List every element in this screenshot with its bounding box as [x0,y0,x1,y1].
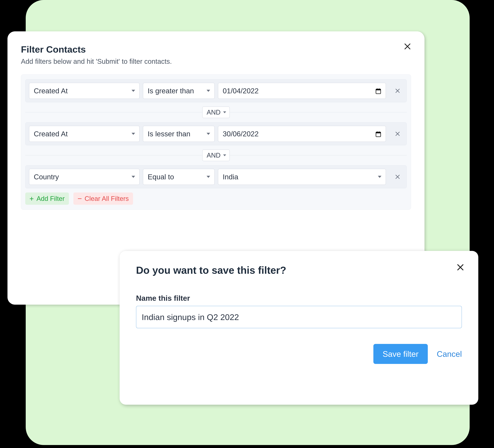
value-text: 30/06/2022 [223,130,259,138]
save-filter-button[interactable]: Save filter [373,344,428,364]
field-value: Created At [34,87,68,95]
filters-container: Created At Is greater than 01/04/2022 AN… [21,74,411,210]
connector-label: AND [207,108,221,116]
remove-row-icon[interactable] [392,129,403,139]
filter-name-input[interactable] [136,306,462,328]
chevron-down-icon [223,111,226,113]
clear-filters-button[interactable]: − Clear All Filters [74,192,133,205]
svg-rect-3 [376,89,381,90]
connector-label: AND [207,152,221,159]
clear-filters-label: Clear All Filters [85,195,129,202]
add-filter-label: Add Filter [37,195,65,202]
value-select[interactable]: India [218,169,386,185]
panel-subtitle: Add filters below and hit 'Submit' to fi… [21,57,411,65]
close-icon[interactable] [456,263,465,272]
add-filter-button[interactable]: + Add Filter [25,192,69,205]
value-input[interactable]: 30/06/2022 [218,126,386,142]
connector-select[interactable]: AND [202,106,230,118]
connector-line [230,155,407,155]
remove-row-icon[interactable] [392,171,403,182]
filter-row: Created At Is lesser than 30/06/2022 [25,122,407,145]
connector-line [25,155,202,155]
filters-actions: + Add Filter − Clear All Filters [25,192,407,205]
operator-select[interactable]: Is lesser than [143,126,215,142]
name-filter-label: Name this filter [136,294,462,303]
operator-value: Equal to [148,173,174,181]
chevron-down-icon [207,176,210,178]
chevron-down-icon [378,176,382,178]
save-filter-modal: Do you want to save this filter? Name th… [120,251,478,405]
operator-value: Is lesser than [148,130,190,138]
panel-title: Filter Contacts [21,44,411,55]
connector: AND [25,106,407,118]
value-text: India [223,173,238,181]
remove-row-icon[interactable] [392,85,403,96]
filter-row: Created At Is greater than 01/04/2022 [25,79,407,102]
chevron-down-icon [207,133,210,135]
operator-select[interactable]: Is greater than [143,83,215,99]
calendar-icon [375,131,382,137]
chevron-down-icon [223,154,226,156]
operator-value: Is greater than [148,87,194,95]
connector: AND [25,150,407,161]
close-icon[interactable] [403,42,412,51]
connector-line [230,112,407,112]
save-modal-title: Do you want to save this filter? [136,264,462,276]
field-select[interactable]: Created At [29,83,140,99]
chevron-down-icon [132,133,135,135]
cancel-link[interactable]: Cancel [437,349,462,359]
value-input[interactable]: 01/04/2022 [218,83,386,99]
field-select[interactable]: Country [29,169,140,185]
calendar-icon [375,88,382,94]
minus-icon: − [78,195,82,202]
value-text: 01/04/2022 [223,87,259,95]
save-actions: Save filter Cancel [136,344,462,364]
field-select[interactable]: Created At [29,126,140,142]
field-value: Created At [34,130,68,138]
chevron-down-icon [132,90,135,92]
plus-icon: + [29,195,34,202]
filter-row: Country Equal to India [25,165,407,188]
field-value: Country [34,173,59,181]
svg-rect-9 [376,132,381,133]
chevron-down-icon [207,90,210,92]
chevron-down-icon [132,176,135,178]
connector-select[interactable]: AND [202,150,230,161]
connector-line [25,112,202,112]
operator-select[interactable]: Equal to [143,169,215,185]
